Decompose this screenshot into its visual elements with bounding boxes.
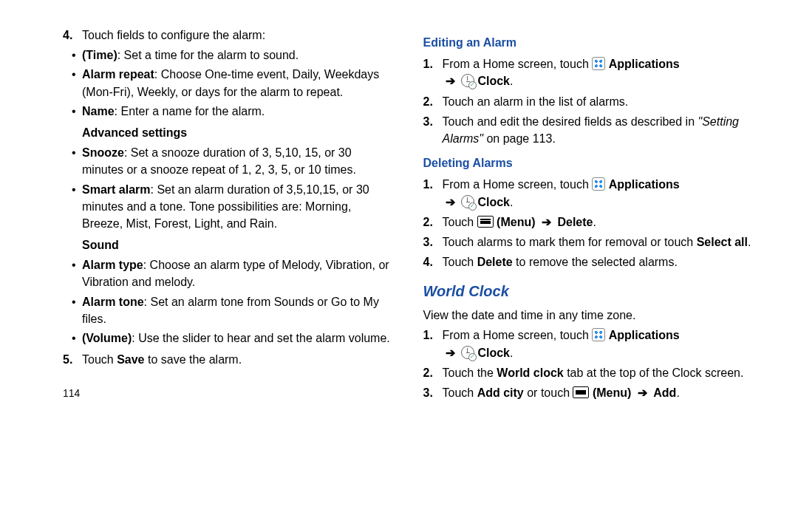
del-step-2: 2. Touch (Menu) ➔ Delete. xyxy=(423,214,754,231)
editing-alarm-head: Editing an Alarm xyxy=(423,34,754,51)
step-4-intro: Touch fields to configure the alarm: xyxy=(82,29,265,41)
bullet-alarm-type: • Alarm type: Choose an alarm type of Me… xyxy=(72,256,394,290)
right-column: Editing an Alarm 1. From a Home screen, … xyxy=(423,27,754,404)
step-4: 4. Touch fields to configure the alarm: xyxy=(63,27,394,44)
bullet-alarm-repeat: • Alarm repeat: Choose One-time event, D… xyxy=(72,66,394,100)
page-columns: 4. Touch fields to configure the alarm: … xyxy=(63,27,754,404)
arrow-icon: ➔ xyxy=(539,214,554,231)
del-step-1: 1. From a Home screen, touch Application… xyxy=(423,176,754,210)
bullet-smart-alarm: • Smart alarm: Set an alarm duration of … xyxy=(72,181,394,233)
advanced-settings-head: Advanced settings xyxy=(82,124,394,141)
clock-icon xyxy=(461,74,474,87)
step-4-number: 4. xyxy=(63,27,82,44)
bullet-name: • Name: Enter a name for the alarm. xyxy=(72,103,394,120)
step-4-body: Touch fields to configure the alarm: xyxy=(82,27,394,44)
step-5: 5. Touch Save to save the alarm. xyxy=(63,351,394,368)
applications-icon xyxy=(592,177,605,191)
edit-step-1: 1. From a Home screen, touch Application… xyxy=(423,55,754,89)
world-clock-intro: View the date and time in any time zone. xyxy=(423,307,754,324)
wc-step-3: 3. Touch Add city or touch (Menu) ➔ Add. xyxy=(423,384,754,401)
wc-step-2: 2. Touch the World clock tab at the top … xyxy=(423,364,754,381)
bullet-time: • (Time): Set a time for the alarm to so… xyxy=(72,47,394,64)
arrow-icon: ➔ xyxy=(443,72,458,89)
bullet-snooze: • Snooze: Set a snooze duration of 3, 5,… xyxy=(72,144,394,178)
applications-icon xyxy=(592,328,605,341)
arrow-icon: ➔ xyxy=(635,384,650,401)
menu-icon xyxy=(573,386,589,398)
wc-step-1: 1. From a Home screen, touch Application… xyxy=(423,327,754,361)
applications-icon xyxy=(592,57,605,70)
clock-icon xyxy=(461,195,474,208)
edit-step-3: 3. Touch and edit the desired fields as … xyxy=(423,113,754,147)
deleting-alarms-head: Deleting Alarms xyxy=(423,154,754,171)
sound-head: Sound xyxy=(82,236,394,253)
bullet-alarm-tone: • Alarm tone: Set an alarm tone from Sou… xyxy=(72,293,394,327)
edit-step-2: 2. Touch an alarm in the list of alarms. xyxy=(423,93,754,110)
del-step-3: 3. Touch alarms to mark them for removal… xyxy=(423,233,754,250)
menu-icon xyxy=(477,216,494,228)
left-column: 4. Touch fields to configure the alarm: … xyxy=(63,27,394,404)
step-5-number: 5. xyxy=(63,351,82,368)
arrow-icon: ➔ xyxy=(443,344,458,361)
page-number: 114 xyxy=(63,386,394,400)
clock-icon xyxy=(461,346,474,359)
arrow-icon: ➔ xyxy=(443,194,458,211)
del-step-4: 4. Touch Delete to remove the selected a… xyxy=(423,253,754,270)
world-clock-head: World Clock xyxy=(423,281,754,302)
bullet-volume: • (Volume): Use the slider to hear and s… xyxy=(72,330,394,347)
